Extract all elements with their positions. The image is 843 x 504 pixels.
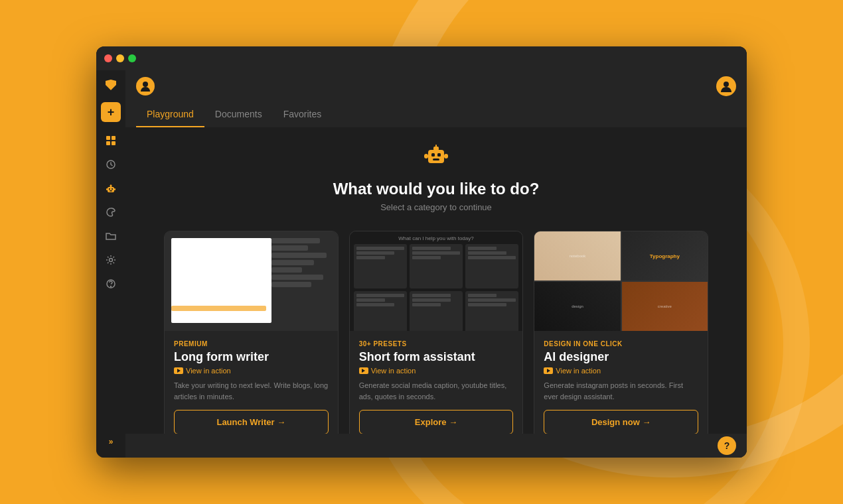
sidebar-item-clock[interactable] — [100, 154, 121, 175]
card-image-long-form — [165, 231, 338, 331]
sidebar-item-help[interactable] — [100, 273, 121, 294]
card-action-link-short-form[interactable]: View in action — [359, 367, 514, 375]
sidebar-item-grid[interactable] — [100, 130, 121, 151]
tab-bar: Playground Documents Favorites — [125, 102, 747, 127]
bottom-bar: ? — [125, 434, 747, 458]
svg-point-16 — [143, 82, 148, 87]
card-body-ai-designer: Design in one click AI designer View in … — [534, 331, 708, 434]
svg-rect-18 — [428, 150, 444, 163]
svg-rect-25 — [444, 154, 448, 158]
svg-rect-2 — [106, 141, 110, 145]
main-layout: + — [96, 70, 747, 458]
svg-rect-21 — [433, 158, 439, 160]
svg-rect-12 — [114, 188, 115, 190]
card-title-long-form: Long form writer — [174, 350, 329, 364]
tab-playground[interactable]: Playground — [136, 102, 204, 127]
tab-documents[interactable]: Documents — [204, 102, 273, 127]
svg-rect-10 — [111, 184, 112, 186]
maximize-button[interactable] — [128, 54, 136, 62]
card-title-short-form: Short form assistant — [359, 350, 514, 364]
card-tag-short-form: 30+ PRESETS — [359, 340, 514, 347]
close-button[interactable] — [104, 54, 112, 62]
card-action-link-ai-designer[interactable]: View in action — [544, 367, 698, 375]
sidebar-item-robot[interactable] — [100, 178, 121, 199]
card-action-text-ai-designer: View in action — [556, 367, 601, 375]
app-window: + — [96, 46, 747, 458]
designer-cell-2: Typography — [622, 231, 708, 281]
svg-rect-0 — [106, 136, 110, 140]
editor-highlight — [171, 306, 266, 311]
svg-rect-11 — [106, 188, 108, 190]
card-body-long-form: Premium Long form writer View in action … — [165, 331, 338, 434]
content-area: Playground Documents Favorites — [125, 70, 747, 458]
card-action-link-long-form[interactable]: View in action — [174, 367, 329, 375]
card-image-ai-designer: notebook Typography design — [534, 231, 708, 331]
svg-rect-3 — [112, 141, 115, 145]
svg-rect-7 — [112, 188, 113, 190]
card-title-ai-designer: AI designer — [544, 350, 698, 364]
cards-grid: Premium Long form writer View in action … — [164, 231, 708, 434]
minimize-button[interactable] — [116, 54, 124, 62]
svg-rect-5 — [108, 187, 114, 192]
card-action-text-long-form: View in action — [186, 367, 231, 375]
sidebar-bottom: » — [100, 431, 121, 452]
help-button[interactable]: ? — [718, 436, 736, 455]
sidebar-item-settings[interactable] — [100, 249, 121, 271]
svg-point-13 — [110, 259, 113, 262]
long-form-writer-card: Premium Long form writer View in action … — [164, 231, 339, 434]
traffic-lights — [104, 54, 136, 62]
ai-designer-card: notebook Typography design — [534, 231, 708, 434]
launch-writer-button[interactable]: Launch Writer → — [174, 410, 329, 434]
svg-point-17 — [724, 82, 729, 87]
title-bar — [96, 46, 747, 70]
sidebar-item-palette[interactable] — [100, 202, 121, 223]
top-bar-left — [136, 77, 155, 95]
svg-rect-6 — [109, 188, 110, 190]
user-avatar-right[interactable] — [716, 76, 736, 96]
card-description-short-form: Generate social media caption, youtube t… — [359, 380, 514, 402]
designer-cell-4: creative — [622, 282, 708, 331]
video-badge-short-form — [359, 367, 368, 374]
page-content: What would you like to do? Select a cate… — [125, 127, 747, 434]
video-badge-long-form — [174, 367, 183, 374]
hero-section: What would you like to do? Select a cate… — [333, 143, 540, 212]
card-description-long-form: Take your writing to next level. Write b… — [174, 380, 329, 402]
card-tag-long-form: Premium — [174, 340, 329, 347]
top-bar — [125, 70, 747, 102]
hero-subtitle: Select a category to continue — [333, 202, 540, 212]
card-image-short-form: What can I help you with today? — [350, 231, 523, 331]
designer-cell-3: design — [534, 282, 620, 331]
svg-rect-19 — [431, 153, 435, 157]
editor-sidebar-mock — [271, 238, 332, 323]
card-action-text-short-form: View in action — [371, 367, 416, 375]
svg-rect-20 — [437, 153, 441, 157]
design-now-button[interactable]: Design now → — [544, 410, 698, 434]
card-body-short-form: 30+ PRESETS Short form assistant View in… — [350, 331, 523, 434]
video-badge-ai-designer — [544, 367, 553, 374]
user-avatar-left[interactable] — [136, 77, 155, 95]
collapse-sidebar-button[interactable]: » — [100, 431, 121, 452]
tab-favorites[interactable]: Favorites — [273, 102, 333, 127]
sidebar: + — [96, 70, 125, 458]
explore-button[interactable]: Explore → — [359, 410, 514, 434]
svg-rect-23 — [435, 145, 437, 147]
new-item-button[interactable]: + — [101, 102, 121, 122]
sidebar-item-folder[interactable] — [100, 225, 121, 247]
card-description-ai-designer: Generate instagram posts in seconds. Fir… — [544, 380, 698, 402]
svg-point-15 — [111, 286, 112, 287]
app-logo — [102, 76, 120, 94]
svg-rect-8 — [110, 190, 112, 192]
hero-title: What would you like to do? — [333, 180, 540, 198]
svg-rect-24 — [424, 154, 428, 158]
short-form-assistant-card: What can I help you with today? — [349, 231, 524, 434]
designer-cell-1: notebook — [534, 231, 620, 281]
card-tag-ai-designer: Design in one click — [544, 340, 698, 347]
robot-hero-icon — [333, 143, 540, 173]
svg-rect-1 — [112, 136, 115, 140]
